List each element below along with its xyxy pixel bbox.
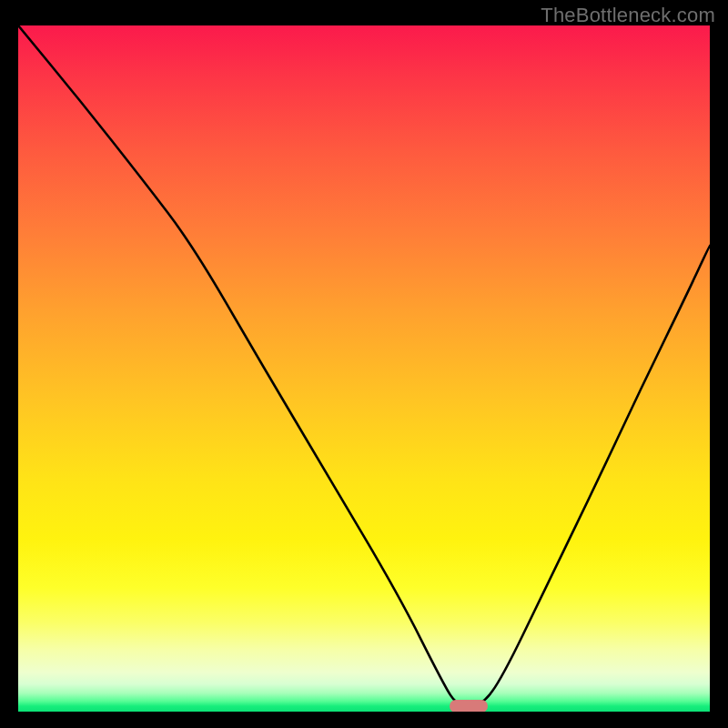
chart-frame: TheBottleneck.com xyxy=(0,0,728,728)
curve-svg xyxy=(18,25,710,712)
bottleneck-curve-path xyxy=(18,25,710,706)
optimum-marker xyxy=(450,700,488,712)
watermark-text: TheBottleneck.com xyxy=(541,4,715,27)
plot-area xyxy=(18,25,710,712)
